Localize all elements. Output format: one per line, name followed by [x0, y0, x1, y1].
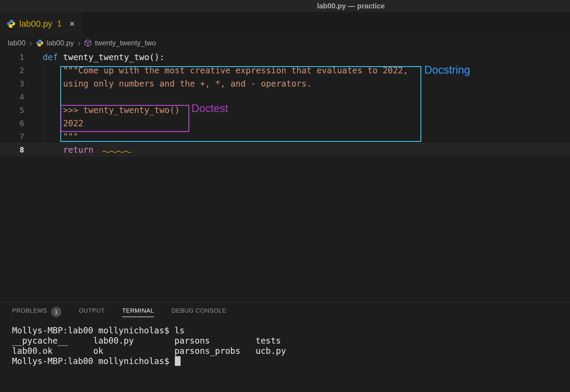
docstring-text: """Come up with the most creative expres… [43, 66, 408, 75]
line-number: 2 [0, 66, 31, 75]
code-line[interactable]: 2 """Come up with the most creative expr… [0, 64, 570, 77]
titlebar: lab00.py — practice [0, 0, 570, 12]
chevron-right-icon: › [77, 38, 81, 47]
code-editor[interactable]: 1 def twenty_twenty_two(): 2 """Come up … [0, 51, 570, 302]
code-line[interactable]: 4 [0, 90, 570, 103]
window-title: lab00.py — practice [317, 2, 385, 10]
tab-problems[interactable]: PROBLEMS 1 [12, 307, 61, 317]
keyword-return: return [63, 145, 93, 155]
tab-filename: lab00.py [19, 19, 52, 29]
breadcrumb-folder[interactable]: lab00 [8, 39, 26, 47]
breadcrumb-symbol[interactable]: twenty_twenty_two [95, 39, 156, 47]
doctest-annotation-label: Doctest [191, 102, 228, 115]
editor-tab-lab00[interactable]: lab00.py 1 × [0, 12, 82, 35]
tab-output[interactable]: OUTPUT [79, 307, 105, 317]
tab-bar: lab00.py 1 × [0, 12, 570, 35]
breadcrumb: lab00 › lab00.py › twenty_twenty_two [0, 35, 570, 51]
terminal-line: __pycache__ lab00.py parsons tests [12, 336, 570, 346]
punctuation: (): [149, 52, 165, 62]
indent [43, 145, 63, 155]
python-icon [7, 19, 16, 28]
terminal-line: lab00.ok ok parsons_probs ucb.py [12, 346, 570, 356]
panel-tab-bar: PROBLEMS 1 OUTPUT TERMINAL DEBUG CONSOLE [0, 303, 570, 321]
line-number: 4 [0, 93, 31, 101]
code-line[interactable]: 7 """ [0, 130, 570, 143]
python-icon [36, 39, 44, 47]
docstring-text: using only numbers and the +, *, and - o… [43, 79, 311, 89]
line-number: 5 [0, 106, 31, 115]
terminal-line: Mollys-MBP:lab00 mollynicholas$ ls [12, 326, 570, 336]
vscode-window: lab00.py — practice lab00.py 1 × lab00 ›… [0, 0, 570, 392]
code-line[interactable]: 1 def twenty_twenty_two(): [0, 51, 570, 64]
terminal[interactable]: Mollys-MBP:lab00 mollynicholas$ ls __pyc… [0, 321, 570, 366]
terminal-cursor [175, 356, 181, 366]
indent-guide [44, 66, 44, 149]
symbol-function-icon [84, 39, 92, 47]
code-line[interactable]: 5 >>> twenty_twenty_two() [0, 103, 570, 117]
line-number: 7 [0, 132, 31, 141]
docstring-annotation-label: Docstring [424, 64, 470, 76]
tab-debug-console[interactable]: DEBUG CONSOLE [172, 307, 226, 317]
line-number: 1 [0, 53, 31, 62]
function-name: twenty_twenty_two [63, 52, 149, 62]
doctest-result: 2022 [43, 118, 83, 128]
code-line[interactable]: 3 using only numbers and the +, *, and -… [0, 77, 570, 90]
doctest-call: >>> twenty_twenty_two() [43, 105, 180, 115]
terminal-prompt: Mollys-MBP:lab00 mollynicholas$ [12, 356, 174, 366]
code-line[interactable]: 6 2022 [0, 117, 570, 130]
breadcrumb-file[interactable]: lab00.py [47, 39, 74, 47]
keyword-def: def [43, 52, 63, 62]
line-number: 8 [0, 145, 31, 154]
line-number: 3 [0, 79, 31, 88]
tab-terminal[interactable]: TERMINAL [122, 307, 154, 317]
tab-close-icon[interactable]: × [70, 19, 75, 28]
docstring-close: """ [43, 132, 78, 142]
chevron-right-icon: › [29, 38, 33, 47]
problems-count-badge: 1 [51, 307, 61, 317]
terminal-prompt-line: Mollys-MBP:lab00 mollynicholas$ [12, 356, 570, 366]
line-number: 6 [0, 119, 31, 128]
bottom-panel: PROBLEMS 1 OUTPUT TERMINAL DEBUG CONSOLE… [0, 302, 570, 392]
warning-squiggle-icon [102, 145, 132, 155]
tab-problem-count: 1 [57, 19, 62, 29]
code-line-current[interactable]: 8 return [0, 143, 570, 156]
